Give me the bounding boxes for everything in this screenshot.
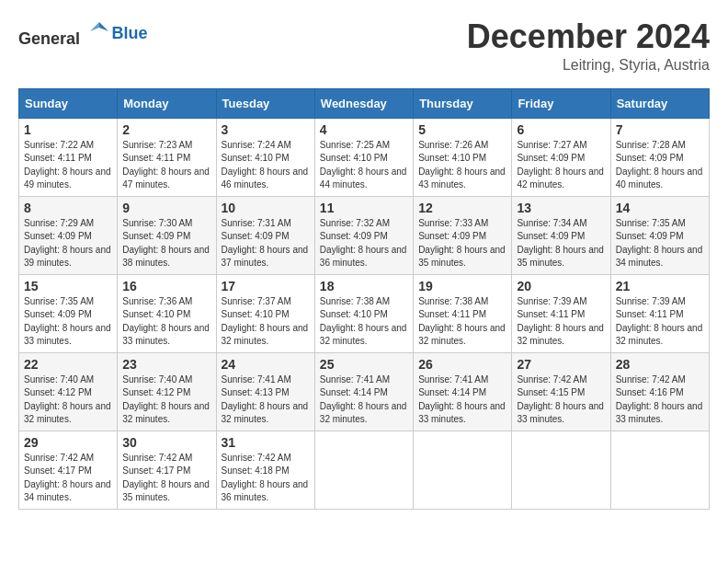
calendar-cell: [512, 431, 610, 509]
day-number: 16: [122, 279, 210, 293]
weekday-header-saturday: Saturday: [610, 88, 709, 118]
day-detail: Sunrise: 7:33 AMSunset: 4:09 PMDaylight:…: [418, 218, 506, 269]
calendar-cell: 10 Sunrise: 7:31 AMSunset: 4:09 PMDaylig…: [216, 196, 314, 274]
day-number: 28: [616, 357, 704, 372]
calendar-cell: 4 Sunrise: 7:25 AMSunset: 4:10 PMDayligh…: [314, 118, 413, 196]
calendar-week-row: 1 Sunrise: 7:22 AMSunset: 4:11 PMDayligh…: [19, 118, 710, 196]
calendar-week-row: 8 Sunrise: 7:29 AMSunset: 4:09 PMDayligh…: [19, 196, 710, 274]
day-number: 26: [418, 357, 506, 372]
day-number: 27: [517, 357, 605, 372]
calendar-cell: 17 Sunrise: 7:37 AMSunset: 4:10 PMDaylig…: [216, 274, 314, 352]
calendar-cell: 22 Sunrise: 7:40 AMSunset: 4:12 PMDaylig…: [19, 352, 118, 431]
logo-blue-text: Blue: [112, 24, 148, 43]
day-number: 23: [122, 357, 210, 372]
day-detail: Sunrise: 7:25 AMSunset: 4:10 PMDaylight:…: [320, 140, 407, 190]
day-detail: Sunrise: 7:30 AMSunset: 4:09 PMDaylight:…: [122, 218, 210, 269]
page-header: General Blue December 2024 Leitring, Sty…: [18, 18, 710, 74]
day-number: 20: [517, 279, 605, 293]
day-number: 11: [320, 201, 408, 215]
calendar-cell: 9 Sunrise: 7:30 AMSunset: 4:09 PMDayligh…: [118, 196, 216, 274]
calendar-cell: [414, 431, 512, 509]
calendar-cell: 30 Sunrise: 7:42 AMSunset: 4:17 PMDaylig…: [118, 431, 216, 509]
calendar-cell: [610, 431, 709, 509]
day-detail: Sunrise: 7:40 AMSunset: 4:12 PMDaylight:…: [122, 374, 210, 425]
calendar-cell: 13 Sunrise: 7:34 AMSunset: 4:09 PMDaylig…: [512, 196, 610, 274]
day-number: 25: [320, 357, 408, 372]
day-number: 6: [517, 122, 605, 137]
day-detail: Sunrise: 7:32 AMSunset: 4:09 PMDaylight:…: [320, 218, 407, 269]
day-detail: Sunrise: 7:40 AMSunset: 4:12 PMDaylight:…: [24, 374, 111, 425]
calendar-cell: [314, 431, 413, 509]
day-detail: Sunrise: 7:23 AMSunset: 4:11 PMDaylight:…: [122, 140, 210, 190]
month-title: December 2024: [467, 18, 710, 55]
logo: General Blue: [18, 18, 148, 49]
calendar-week-row: 29 Sunrise: 7:42 AMSunset: 4:17 PMDaylig…: [19, 431, 710, 509]
calendar-cell: 16 Sunrise: 7:36 AMSunset: 4:10 PMDaylig…: [118, 274, 216, 352]
calendar-cell: 26 Sunrise: 7:41 AMSunset: 4:14 PMDaylig…: [414, 352, 512, 431]
day-number: 17: [222, 279, 310, 293]
calendar-cell: 1 Sunrise: 7:22 AMSunset: 4:11 PMDayligh…: [19, 118, 118, 196]
calendar-cell: 14 Sunrise: 7:35 AMSunset: 4:09 PMDaylig…: [610, 196, 709, 274]
weekday-header-thursday: Thursday: [414, 88, 512, 118]
day-detail: Sunrise: 7:22 AMSunset: 4:11 PMDaylight:…: [24, 140, 111, 190]
day-number: 3: [222, 122, 310, 137]
calendar-cell: 6 Sunrise: 7:27 AMSunset: 4:09 PMDayligh…: [512, 118, 610, 196]
weekday-header-wednesday: Wednesday: [314, 88, 413, 118]
day-detail: Sunrise: 7:24 AMSunset: 4:10 PMDaylight:…: [222, 140, 309, 190]
day-detail: Sunrise: 7:42 AMSunset: 4:17 PMDaylight:…: [122, 453, 210, 503]
calendar-cell: 18 Sunrise: 7:38 AMSunset: 4:10 PMDaylig…: [314, 274, 413, 352]
calendar-cell: 20 Sunrise: 7:39 AMSunset: 4:11 PMDaylig…: [512, 274, 610, 352]
day-detail: Sunrise: 7:36 AMSunset: 4:10 PMDaylight:…: [122, 296, 210, 347]
day-number: 19: [418, 279, 506, 293]
day-detail: Sunrise: 7:37 AMSunset: 4:10 PMDaylight:…: [222, 296, 309, 347]
calendar-cell: 25 Sunrise: 7:41 AMSunset: 4:14 PMDaylig…: [314, 352, 413, 431]
day-number: 1: [24, 122, 112, 137]
day-number: 30: [122, 435, 210, 450]
day-detail: Sunrise: 7:34 AMSunset: 4:09 PMDaylight:…: [517, 218, 604, 269]
day-number: 24: [222, 357, 310, 372]
day-number: 7: [616, 122, 704, 137]
logo-general-text: General: [18, 29, 80, 48]
calendar-cell: 29 Sunrise: 7:42 AMSunset: 4:17 PMDaylig…: [19, 431, 118, 509]
day-detail: Sunrise: 7:39 AMSunset: 4:11 PMDaylight:…: [616, 296, 703, 347]
day-detail: Sunrise: 7:29 AMSunset: 4:09 PMDaylight:…: [24, 218, 111, 269]
calendar-cell: 27 Sunrise: 7:42 AMSunset: 4:15 PMDaylig…: [512, 352, 610, 431]
day-number: 13: [517, 201, 605, 215]
day-number: 31: [222, 435, 310, 450]
calendar-cell: 23 Sunrise: 7:40 AMSunset: 4:12 PMDaylig…: [118, 352, 216, 431]
day-number: 5: [418, 122, 506, 137]
day-detail: Sunrise: 7:42 AMSunset: 4:17 PMDaylight:…: [24, 453, 111, 503]
day-number: 12: [418, 201, 506, 215]
day-number: 22: [24, 357, 112, 372]
day-number: 29: [24, 435, 112, 450]
calendar-cell: 28 Sunrise: 7:42 AMSunset: 4:16 PMDaylig…: [610, 352, 709, 431]
calendar-cell: 15 Sunrise: 7:35 AMSunset: 4:09 PMDaylig…: [19, 274, 118, 352]
calendar-cell: 11 Sunrise: 7:32 AMSunset: 4:09 PMDaylig…: [314, 196, 413, 274]
weekday-header-tuesday: Tuesday: [216, 88, 314, 118]
day-detail: Sunrise: 7:26 AMSunset: 4:10 PMDaylight:…: [418, 140, 506, 190]
day-detail: Sunrise: 7:35 AMSunset: 4:09 PMDaylight:…: [616, 218, 703, 269]
calendar-cell: 2 Sunrise: 7:23 AMSunset: 4:11 PMDayligh…: [118, 118, 216, 196]
day-number: 14: [616, 201, 704, 215]
day-detail: Sunrise: 7:41 AMSunset: 4:14 PMDaylight:…: [418, 374, 506, 425]
day-number: 10: [222, 201, 310, 215]
calendar-cell: 21 Sunrise: 7:39 AMSunset: 4:11 PMDaylig…: [610, 274, 709, 352]
day-detail: Sunrise: 7:38 AMSunset: 4:10 PMDaylight:…: [320, 296, 407, 347]
day-number: 21: [616, 279, 704, 293]
day-number: 2: [122, 122, 210, 137]
day-number: 18: [320, 279, 408, 293]
weekday-header-sunday: Sunday: [19, 88, 118, 118]
calendar-cell: 19 Sunrise: 7:38 AMSunset: 4:11 PMDaylig…: [414, 274, 512, 352]
calendar-cell: 7 Sunrise: 7:28 AMSunset: 4:09 PMDayligh…: [610, 118, 709, 196]
weekday-header-friday: Friday: [512, 88, 610, 118]
calendar-week-row: 22 Sunrise: 7:40 AMSunset: 4:12 PMDaylig…: [19, 352, 710, 431]
day-detail: Sunrise: 7:27 AMSunset: 4:09 PMDaylight:…: [517, 140, 604, 190]
calendar-cell: 5 Sunrise: 7:26 AMSunset: 4:10 PMDayligh…: [414, 118, 512, 196]
day-number: 15: [24, 279, 112, 293]
logo-icon: [86, 18, 112, 44]
calendar-cell: 12 Sunrise: 7:33 AMSunset: 4:09 PMDaylig…: [414, 196, 512, 274]
calendar-cell: 8 Sunrise: 7:29 AMSunset: 4:09 PMDayligh…: [19, 196, 118, 274]
calendar-cell: 31 Sunrise: 7:42 AMSunset: 4:18 PMDaylig…: [216, 431, 314, 509]
day-detail: Sunrise: 7:41 AMSunset: 4:13 PMDaylight:…: [222, 374, 309, 425]
calendar-week-row: 15 Sunrise: 7:35 AMSunset: 4:09 PMDaylig…: [19, 274, 710, 352]
